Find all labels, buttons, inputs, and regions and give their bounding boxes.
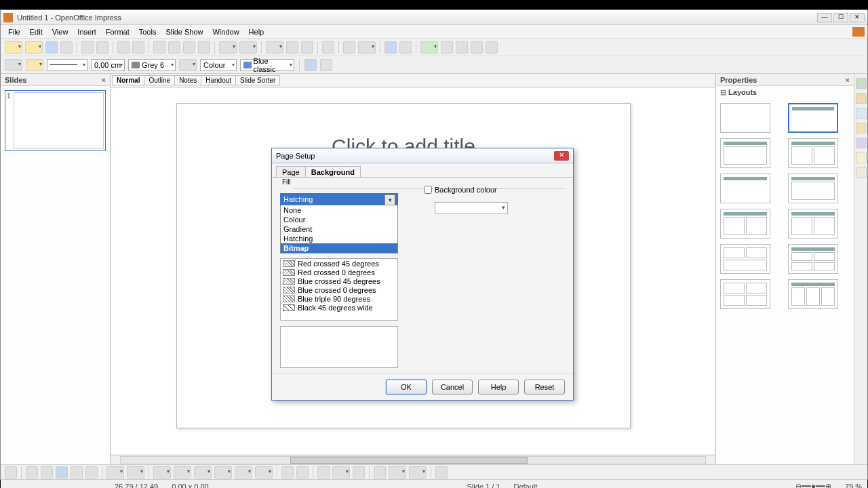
close-properties-icon[interactable]: ×	[846, 76, 850, 84]
menu-help[interactable]: Help	[244, 26, 269, 37]
layout-title[interactable]	[788, 103, 838, 133]
connector-tool[interactable]	[127, 466, 144, 479]
arrow-select[interactable]	[5, 59, 22, 71]
hatching-list[interactable]: Red crossed 45 degrees Red crossed 0 deg…	[280, 258, 398, 321]
layouts-section-header[interactable]: Layouts	[716, 86, 854, 99]
menu-insert[interactable]: Insert	[73, 26, 101, 37]
zoom-slider[interactable]: ⊖━━●━━⊕	[795, 482, 831, 488]
tab-slidesorter[interactable]: Slide Sorter	[235, 75, 280, 85]
glue-tool[interactable]	[296, 466, 309, 479]
curve-tool[interactable]	[106, 466, 124, 479]
rotate-tool[interactable]	[374, 466, 386, 479]
print-button[interactable]	[96, 41, 108, 54]
save-button[interactable]	[45, 41, 58, 54]
fill-option-colour[interactable]: Colour	[281, 215, 397, 224]
select-tool[interactable]	[5, 466, 17, 479]
open-button[interactable]	[25, 41, 43, 54]
minimize-button[interactable]: —	[817, 13, 832, 22]
pdf-button[interactable]	[81, 41, 94, 54]
arrow-tool[interactable]	[41, 466, 53, 479]
menu-file[interactable]: File	[3, 26, 25, 37]
layout-item[interactable]	[720, 138, 770, 168]
layout-item[interactable]	[788, 279, 838, 309]
interaction-button[interactable]	[486, 41, 498, 54]
sidetool-gallery-icon[interactable]	[856, 152, 867, 163]
area-style-button[interactable]	[179, 59, 197, 71]
dialog-close-button[interactable]: ✕	[554, 151, 569, 161]
layout-item[interactable]	[720, 174, 770, 203]
sidetool-animation-icon[interactable]	[856, 108, 867, 119]
sidetool-transition-icon[interactable]	[856, 123, 867, 134]
bridge-icon[interactable]	[852, 27, 865, 37]
tab-handout[interactable]: Handout	[201, 75, 236, 85]
fill-color-combo[interactable]: Blue classic	[240, 59, 294, 71]
fill-type-combo[interactable]: Hatching	[280, 193, 398, 205]
fill-option-none[interactable]: None	[281, 205, 397, 215]
symbols-tool[interactable]	[174, 466, 191, 479]
layout-item[interactable]	[720, 279, 770, 309]
undo-button[interactable]	[219, 41, 237, 54]
layout-item[interactable]	[720, 209, 770, 239]
whatsthis-button[interactable]	[399, 41, 412, 54]
tab-page[interactable]: Page	[276, 166, 306, 178]
slide-thumbnail[interactable]: 1	[5, 90, 106, 151]
layout-blank[interactable]	[720, 103, 770, 133]
reset-button[interactable]: Reset	[524, 380, 565, 394]
email-button[interactable]	[60, 41, 73, 54]
sidetool-styles-icon[interactable]	[856, 138, 867, 148]
menu-view[interactable]: View	[47, 26, 73, 37]
rect-tool[interactable]	[56, 466, 68, 479]
gallery-tool[interactable]	[353, 466, 365, 479]
cut-button[interactable]	[153, 41, 165, 54]
close-button[interactable]: ✕	[850, 13, 865, 22]
ellipse-tool[interactable]	[71, 466, 83, 479]
menu-tools[interactable]: Tools	[134, 26, 161, 37]
table-button[interactable]	[286, 41, 298, 54]
shapes-tool[interactable]	[153, 466, 171, 479]
menu-edit[interactable]: Edit	[25, 26, 47, 37]
line-style-button[interactable]	[26, 59, 43, 71]
navigator-button[interactable]	[343, 41, 355, 54]
callout-tool[interactable]	[235, 466, 252, 479]
new-button[interactable]	[5, 41, 22, 54]
maximize-button[interactable]: ☐	[833, 13, 848, 22]
layout-item[interactable]	[788, 209, 838, 239]
tab-background[interactable]: Background	[305, 166, 361, 178]
sidetool-navigator-icon[interactable]	[856, 167, 867, 178]
fill-option-hatching[interactable]: Hatching	[281, 234, 397, 243]
sidetool-properties-icon[interactable]	[856, 78, 867, 89]
arrows-tool[interactable]	[194, 466, 212, 479]
help-button[interactable]	[384, 41, 397, 54]
layout-item[interactable]	[788, 138, 838, 168]
ok-button[interactable]: OK	[386, 380, 427, 394]
arrange-tool[interactable]	[409, 466, 427, 479]
line-color-combo[interactable]: Grey 6	[128, 59, 176, 71]
fill-option-bitmap[interactable]: Bitmap	[281, 243, 397, 253]
align-tool[interactable]	[389, 466, 406, 479]
extrusion-tool[interactable]	[435, 466, 448, 479]
line-style-combo[interactable]	[47, 59, 87, 71]
slidedesign-button[interactable]	[441, 41, 453, 54]
fill-mode-combo[interactable]: Colour	[200, 59, 237, 71]
spellcheck-button[interactable]	[117, 41, 130, 54]
text-tool[interactable]	[85, 466, 98, 479]
line-tool[interactable]	[26, 466, 38, 479]
slidelayout-button[interactable]	[456, 41, 468, 54]
copy-button[interactable]	[168, 41, 180, 54]
flowchart-tool[interactable]	[214, 466, 232, 479]
paste-button[interactable]	[183, 41, 195, 54]
close-panel-icon[interactable]: ×	[102, 76, 106, 84]
help-button[interactable]: Help	[478, 380, 519, 394]
animation-button[interactable]	[471, 41, 483, 54]
menu-slideshow[interactable]: Slide Show	[161, 26, 208, 37]
tab-outline[interactable]: Outline	[144, 75, 175, 85]
layout-item[interactable]	[720, 244, 770, 274]
zoom-button[interactable]	[358, 41, 376, 54]
background-colour-checkbox[interactable]	[424, 186, 432, 194]
extra-button[interactable]	[320, 59, 332, 71]
hyperlink-button[interactable]	[301, 41, 313, 54]
menu-format[interactable]: Format	[101, 26, 134, 37]
redo-button[interactable]	[239, 41, 257, 54]
tab-notes[interactable]: Notes	[174, 75, 201, 85]
cancel-button[interactable]: Cancel	[432, 380, 473, 394]
